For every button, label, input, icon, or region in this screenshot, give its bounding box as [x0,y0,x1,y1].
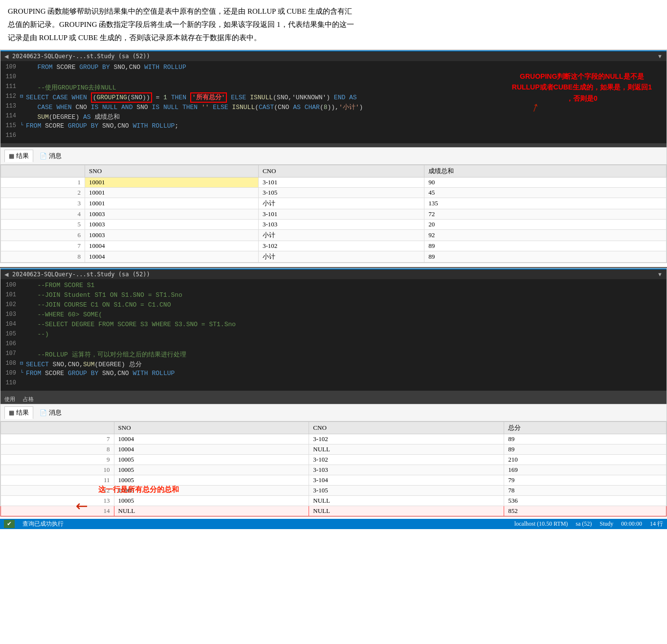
status-db: Study [600,520,613,528]
cell-val: 90 [424,178,667,188]
status-label2: 占格 [23,396,34,403]
table-row: 7 10004 3-102 89 [1,434,667,444]
sql-panel-2: ◀ 20240623-SQLQuery-...st.Study (sa (52)… [0,268,667,404]
row-num: 14 [1,506,114,516]
row-num: 6 [1,230,85,241]
cell-cno: 3-102 [309,455,504,465]
status-msg: 查询已成功执行 [22,520,64,528]
intro-line2: 总值的新记录。GROUPING 函数指定字段后将生成一个新的字段，如果该字段返回… [8,18,659,31]
sql-line-101: 101 --JOIN Student ST1 ON S1.SNO = ST1.S… [0,291,667,301]
row-num: 9 [1,455,114,465]
sql-editor-2[interactable]: 100 --FROM SCORE S1 101 --JOIN Student S… [0,279,667,391]
cell-val: 210 [504,455,667,465]
results-table-wrapper-1: SNO CNO 成绩总和 1 10001 3-101 90 [0,165,667,263]
cell-sno: 10003 [85,209,259,220]
cell-val: 852 [504,506,667,516]
cell-sno: 10001 [85,188,259,198]
sql-line-105: 105 --) [0,330,667,340]
table-row: 5 10003 3-103 20 [1,220,667,230]
cell-cno: 3-103 [309,465,504,475]
cell-sno: 10005 [114,465,309,475]
row-num: 5 [1,220,85,230]
table-row: 2 10001 3-105 45 [1,188,667,198]
sql-panel-1: ◀ 20240623-SQLQuery-...st.Study (sa (52)… [0,50,667,148]
sql-line-116: 116 [0,132,667,141]
cell-cno: 3-102 [258,241,424,251]
panel-back-2[interactable]: ◀ [4,271,8,278]
row-num: 11 [1,475,114,486]
highlighted-table-row: 14 NULL NULL 852 [1,506,667,516]
cell-sno: 10004 [114,444,309,455]
scrollbar-1[interactable] [0,143,667,147]
sql-line-115: 115 └ FROM SCORE GROUP BY SNO,CNO WITH R… [0,122,667,132]
row-num: 2 [1,188,85,198]
status-user: sa (52) [576,520,592,528]
results-table-wrapper-2: SNO CNO 总分 7 10004 3-102 89 [0,422,667,516]
col-header-num-1 [1,165,85,178]
cell-cno: 3-101 [258,178,424,188]
table-row: 11 10005 3-104 79 [1,475,667,486]
tab-results-1[interactable]: ▦ 结果 [4,150,33,162]
row-num: 13 [1,496,114,506]
tab-messages-label-2: 消息 [49,408,62,417]
messages-icon-1: 📄 [40,153,47,160]
cell-val: 20 [424,220,667,230]
sql-panel-1-wrapper: ◀ 20240623-SQLQuery-...st.Study (sa (52)… [0,50,667,263]
cell-sno: 10005 [114,455,309,465]
tab-messages-2[interactable]: 📄 消息 [35,406,66,419]
results-tabs-2: ▦ 结果 📄 消息 [0,404,667,422]
cell-sno: 10004 [114,434,309,444]
tab-results-label-2: 结果 [16,408,29,417]
intro-section: GROUPING 函数能够帮助识别结果集中的空值是表中原有的空值，还是由 ROL… [0,0,667,50]
status-success-icon: ✔ [4,520,15,528]
cell-cno: NULL [309,496,504,506]
col-header-sno-2: SNO [114,422,309,434]
sql-line-108: 108 ⊟ SELECT SNO,CNO,SUM(DEGREE) 总分 [0,359,667,369]
cell-val: 92 [424,230,667,241]
sql-panel-2-wrapper: ◀ 20240623-SQLQuery-...st.Study (sa (52)… [0,267,667,517]
tab-messages-1[interactable]: 📄 消息 [35,150,66,162]
panel-title-text-2: 20240623-SQLQuery-...st.Study (sa (52)) [12,271,150,278]
row-num: 1 [1,178,85,188]
results-tabs-1: ▦ 结果 📄 消息 [0,148,667,165]
cell-sno: 10004 [85,251,259,263]
sql-line-104: 104 --SELECT DEGREE FROM SCORE S3 WHERE … [0,320,667,330]
sql-line-102: 102 --JOIN COURSE C1 ON S1.CNO = C1.CNO [0,301,667,311]
col-header-cno-1: CNO [258,165,424,178]
scrollbar-2[interactable] [0,391,667,395]
sql-line-103: 103 --WHERE 60> SOME( [0,311,667,320]
cell-val: 45 [424,188,667,198]
row-num: 3 [1,198,85,209]
table-row: 1 10001 3-101 90 [1,178,667,188]
cell-cno: 小计 [258,198,424,209]
cell-sno: 10003 [85,220,259,230]
cell-sno: 10005 [114,496,309,506]
sql-editor-1[interactable]: 109 FROM SCORE GROUP BY SNO,CNO WITH ROL… [0,61,667,143]
table-row: 8 10004 NULL 89 [1,444,667,455]
panel-header-1: ◀ 20240623-SQLQuery-...st.Study (sa (52)… [0,50,667,61]
results-icon-1: ▦ [9,153,14,160]
cell-cno: NULL [309,444,504,455]
panel-dropdown-2[interactable]: ▼ [657,271,663,277]
status-server: localhost (10.50 RTM) [514,520,568,528]
main-container: GROUPING 函数能够帮助识别结果集中的空值是表中原有的空值，还是由 ROL… [0,0,667,644]
messages-icon-2: 📄 [40,409,47,417]
col-header-cno-2: CNO [309,422,504,434]
cell-cno: 3-101 [258,209,424,220]
annotation-1: GRUOPING判断这个字段的NULL是不是 RULLUP或者CUBE生成的，如… [512,71,652,104]
tab-results-2[interactable]: ▦ 结果 [4,406,33,419]
col-header-score-1: 成绩总和 [424,165,667,178]
cell-val: 89 [504,434,667,444]
table-row: 3 10001 小计 135 [1,198,667,209]
col-header-sno-1: SNO [85,165,259,178]
cell-cno: 小计 [258,251,424,263]
cell-val: 78 [504,486,667,496]
panel-dropdown-1[interactable]: ▼ [657,53,663,59]
status-label: 使用 [4,396,15,403]
cell-val: 89 [504,444,667,455]
cell-sno: 10001 [85,198,259,209]
table-row: 6 10003 小计 92 [1,230,667,241]
sql-line-114: 114 SUM(DEGREE) AS 成绩总和 [0,112,667,122]
cell-sno: NULL [114,506,309,516]
cell-cno: 小计 [258,230,424,241]
